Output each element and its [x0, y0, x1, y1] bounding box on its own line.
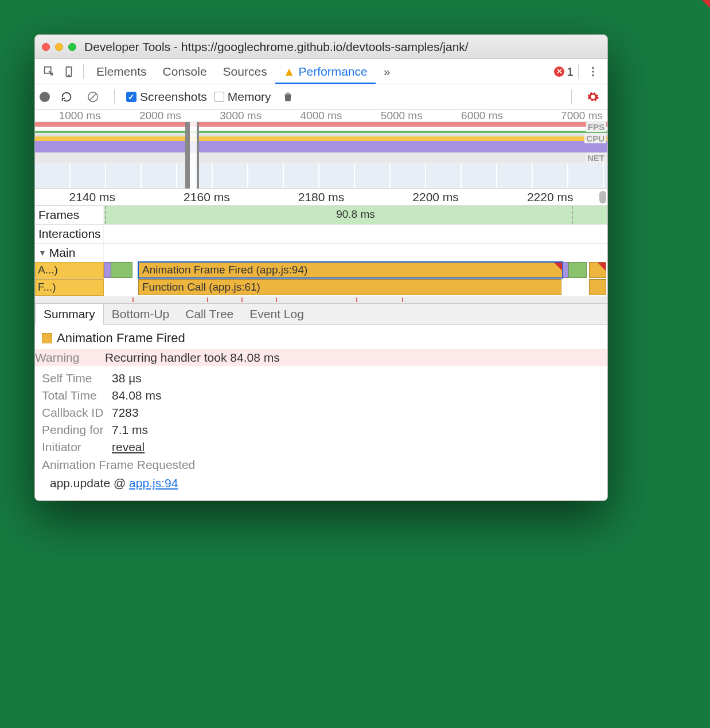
flame-bar-green[interactable]: [568, 262, 587, 278]
vertical-scrollbar[interactable]: [599, 191, 606, 203]
overview-selection-handle[interactable]: [185, 122, 199, 189]
memory-checkbox[interactable]: Memory: [214, 90, 271, 104]
reveal-link[interactable]: reveal: [112, 440, 145, 454]
flame-row-overflow[interactable]: [35, 296, 607, 303]
tab-sources[interactable]: Sources: [215, 59, 275, 84]
tab-elements[interactable]: Elements: [88, 59, 155, 84]
screenshots-checkbox[interactable]: Screenshots: [126, 90, 207, 104]
flame-row-1: A...) Animation Frame Fired (app.js:94): [35, 262, 607, 279]
subtab-summary[interactable]: Summary: [35, 304, 104, 325]
overview-cpu: CPU: [35, 134, 607, 153]
devtools-window: Developer Tools - https://googlechrome.g…: [34, 34, 608, 501]
flame-bar-animation-frame-fired[interactable]: Animation Frame Fired (app.js:94): [138, 262, 563, 278]
traffic-lights: [42, 43, 76, 51]
warning-label: Warning: [35, 351, 98, 365]
overview-pane[interactable]: 1000 ms2000 ms3000 ms4000 ms5000 ms6000 …: [35, 109, 607, 189]
flame-bar-function-call[interactable]: Function Call (app.js:61): [138, 279, 561, 295]
titlebar: Developer Tools - https://googlechrome.g…: [35, 35, 607, 59]
summary-initiator: Initiatorreveal: [42, 439, 600, 456]
window-title: Developer Tools - https://googlechrome.g…: [84, 40, 469, 54]
track-interactions-body[interactable]: [104, 225, 607, 243]
divider: [83, 64, 84, 79]
track-frames-body[interactable]: 90.8 ms: [104, 206, 607, 224]
summary-pending-for: Pending for7.1 ms: [42, 421, 600, 439]
svg-line-7: [90, 93, 96, 100]
performance-controls: Screenshots Memory: [35, 84, 607, 109]
flame-stub-left-2[interactable]: F...): [35, 279, 104, 296]
divider: [578, 64, 579, 79]
minimize-icon[interactable]: [55, 43, 63, 51]
svg-point-3: [592, 66, 594, 69]
zoom-icon[interactable]: [68, 43, 76, 51]
summary-total-time: Total Time84.08 ms: [42, 387, 600, 404]
summary-panel: Animation Frame Fired Warning Recurring …: [35, 325, 607, 500]
overview-filmstrip: [35, 163, 607, 189]
overview-timescale: 1000 ms2000 ms3000 ms4000 ms5000 ms6000 …: [35, 109, 607, 122]
error-badge[interactable]: ✕ 1: [554, 65, 574, 79]
checkbox-icon: [214, 92, 224, 102]
divider: [114, 89, 115, 104]
error-icon: ✕: [554, 66, 564, 77]
detail-subtabs: Summary Bottom-Up Call Tree Event Log: [35, 303, 607, 325]
overview-net: NET: [35, 153, 607, 163]
track-main-body: [104, 244, 607, 262]
subtab-event-log[interactable]: Event Log: [241, 304, 312, 324]
warning-text: Recurring handler took 84.08 ms: [105, 351, 280, 365]
subtab-bottom-up[interactable]: Bottom-Up: [104, 304, 177, 324]
track-interactions-header: Interactions: [35, 225, 104, 243]
summary-afr: Animation Frame Requested: [42, 456, 600, 474]
divider: [571, 89, 572, 104]
summary-self-time: Self Time38 µs: [42, 370, 600, 387]
record-button[interactable]: [40, 92, 50, 102]
reload-icon[interactable]: [57, 87, 76, 107]
track-interactions[interactable]: Interactions: [35, 225, 607, 244]
kebab-menu-icon[interactable]: [583, 62, 603, 81]
track-main[interactable]: ▼Main: [35, 244, 607, 262]
overview-fps: FPS: [35, 122, 607, 134]
flame-bar-amber[interactable]: [589, 262, 606, 278]
event-name: Animation Frame Fired: [57, 331, 185, 346]
subtab-call-tree[interactable]: Call Tree: [177, 304, 241, 324]
close-icon[interactable]: [42, 43, 50, 51]
flame-stub-left-1[interactable]: A...): [35, 262, 104, 279]
svg-point-4: [592, 71, 594, 73]
trash-icon[interactable]: [278, 87, 298, 107]
track-frames[interactable]: Frames 90.8 ms: [35, 206, 607, 225]
tabs-overflow[interactable]: »: [376, 59, 399, 84]
track-frames-header: Frames: [35, 206, 104, 224]
source-link[interactable]: app.js:94: [129, 476, 178, 490]
flame-bar-green[interactable]: [111, 262, 132, 278]
chevron-down-icon: ▼: [38, 248, 46, 257]
flame-row-2: F...) Function Call (app.js:61): [35, 279, 607, 296]
settings-icon[interactable]: [583, 87, 603, 107]
warning-icon: ▲: [283, 65, 295, 79]
clear-icon[interactable]: [83, 87, 103, 107]
checkbox-icon: [126, 92, 136, 102]
event-category-icon: [42, 333, 52, 343]
track-main-header[interactable]: ▼Main: [35, 244, 104, 262]
svg-point-5: [592, 74, 594, 76]
flame-bar-amber[interactable]: [589, 279, 606, 295]
summary-warning-row: Warning Recurring handler took 84.08 ms: [35, 349, 607, 366]
summary-stack: app.update @ app.js:94: [42, 474, 600, 490]
tab-console[interactable]: Console: [155, 59, 215, 84]
summary-callback-id: Callback ID7283: [42, 404, 600, 421]
tab-performance[interactable]: ▲ Performance: [275, 60, 376, 84]
zoom-timescale[interactable]: 2140 ms2160 ms2180 ms2200 ms2220 ms: [35, 189, 607, 206]
device-toolbar-icon[interactable]: [59, 62, 79, 81]
inspect-element-icon[interactable]: [40, 62, 59, 81]
devtools-tabs: Elements Console Sources ▲ Performance »…: [35, 59, 607, 84]
